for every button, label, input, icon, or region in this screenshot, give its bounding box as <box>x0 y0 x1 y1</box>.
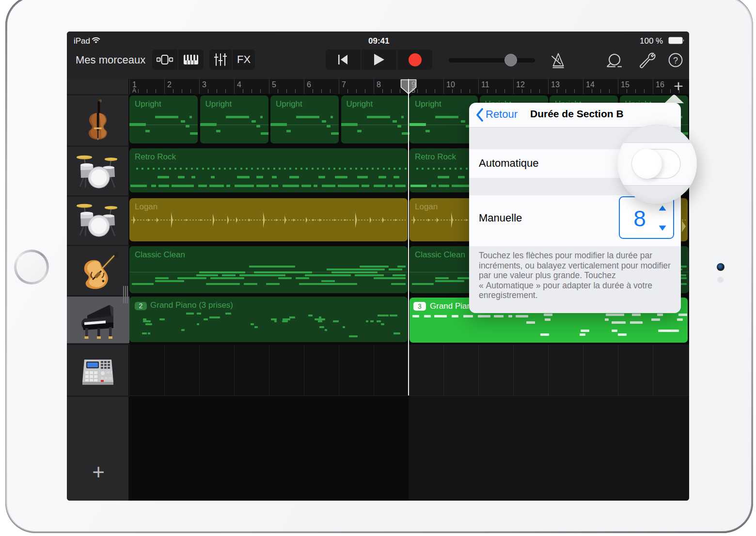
svg-text:?: ? <box>673 56 678 65</box>
